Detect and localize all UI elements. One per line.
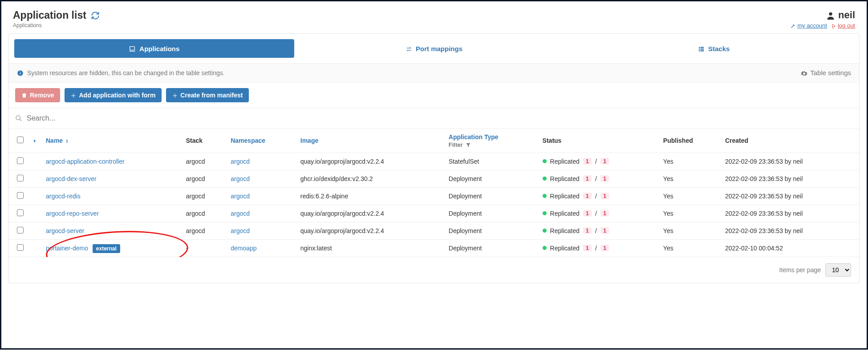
logout-link[interactable]: log out xyxy=(831,22,855,29)
app-name-link[interactable]: argocd-server xyxy=(46,227,84,234)
svg-rect-4 xyxy=(699,48,700,50)
published-cell: Yes xyxy=(659,153,721,170)
svg-point-11 xyxy=(16,116,20,120)
image-cell: quay.io/argoproj/argocd:v2.2.4 xyxy=(296,153,444,170)
created-cell: 2022-02-09 23:36:53 by neil xyxy=(721,170,859,187)
app-name-link[interactable]: argocd-redis xyxy=(46,193,81,200)
namespace-link[interactable]: argocd xyxy=(231,193,250,200)
stack-cell: argocd xyxy=(182,222,227,239)
info-icon xyxy=(17,69,24,76)
page-title: Application list xyxy=(13,9,86,21)
list-icon xyxy=(698,44,705,52)
replica-count: 1 xyxy=(583,210,592,217)
user-icon xyxy=(826,9,836,21)
app-name-link[interactable]: portainer-demo xyxy=(46,245,88,252)
replica-total: 1 xyxy=(600,210,609,217)
tab-applications[interactable]: Applications xyxy=(14,39,294,58)
refresh-icon[interactable] xyxy=(91,11,100,20)
tab-stacks[interactable]: Stacks xyxy=(574,39,854,58)
table-row: argocd-application-controller argocd arg… xyxy=(9,153,859,170)
created-cell: 2022-02-09 23:36:53 by neil xyxy=(721,222,859,239)
namespace-link[interactable]: argocd xyxy=(231,175,250,182)
stack-cell: - xyxy=(182,239,227,257)
plus-icon xyxy=(71,92,76,99)
status-cell: Replicated 1 / 1 xyxy=(543,210,654,217)
create-from-manifest-button[interactable]: Create from manifest xyxy=(166,88,249,102)
filter-icon[interactable] xyxy=(466,141,471,148)
namespace-link[interactable]: argocd xyxy=(231,227,250,234)
type-cell: StatefulSet xyxy=(444,153,538,170)
type-cell: Deployment xyxy=(444,170,538,187)
plus-icon xyxy=(172,92,178,99)
expand-all-toggle[interactable] xyxy=(28,129,41,153)
stack-cell: argocd xyxy=(182,187,227,205)
published-cell: Yes xyxy=(659,205,721,222)
tabs: Applications Port mappings Stacks xyxy=(9,34,859,63)
app-name-link[interactable]: argocd-application-controller xyxy=(46,158,125,165)
created-cell: 2022-02-10 00:04:52 xyxy=(721,239,859,257)
published-cell: Yes xyxy=(659,222,721,239)
add-application-button[interactable]: Add application with form xyxy=(65,88,162,102)
search-input[interactable] xyxy=(27,113,853,124)
app-name-link[interactable]: argocd-repo-server xyxy=(46,210,99,217)
row-checkbox[interactable] xyxy=(17,209,24,216)
status-dot-icon xyxy=(543,211,547,215)
status-cell: Replicated 1 / 1 xyxy=(543,227,654,234)
table-settings-button[interactable]: Table settings xyxy=(801,69,851,77)
replica-total: 1 xyxy=(600,227,609,234)
col-namespace[interactable]: Namespace xyxy=(226,129,296,153)
created-cell: 2022-02-09 23:36:53 by neil xyxy=(721,205,859,222)
image-cell: quay.io/argoproj/argocd:v2.2.4 xyxy=(296,205,444,222)
published-cell: Yes xyxy=(659,239,721,257)
status-dot-icon xyxy=(543,194,547,198)
select-all-checkbox[interactable] xyxy=(17,137,24,143)
col-image[interactable]: Image xyxy=(296,129,444,153)
replica-total: 1 xyxy=(600,193,609,199)
namespace-link[interactable]: demoapp xyxy=(231,245,256,252)
replica-total: 1 xyxy=(600,158,609,165)
status-dot-icon xyxy=(543,246,547,250)
table-row: argocd-dex-server argocd argocd ghcr.io/… xyxy=(9,170,859,187)
remove-button[interactable]: Remove xyxy=(15,88,60,102)
applications-table: Name Stack Namespace Image Application T… xyxy=(9,129,859,257)
replica-count: 1 xyxy=(583,158,592,165)
col-created: Created xyxy=(721,129,859,153)
gear-icon xyxy=(801,69,807,77)
table-row: argocd-redis argocd argocd redis:6.2.6-a… xyxy=(9,187,859,205)
namespace-link[interactable]: argocd xyxy=(231,210,250,217)
svg-point-0 xyxy=(829,12,832,16)
row-checkbox[interactable] xyxy=(17,244,24,251)
stack-cell: argocd xyxy=(182,153,227,170)
status-dot-icon xyxy=(543,177,547,181)
swap-icon xyxy=(406,44,412,52)
tab-port-mappings[interactable]: Port mappings xyxy=(294,39,574,58)
items-per-page-label: Items per page xyxy=(779,266,821,274)
published-cell: Yes xyxy=(659,170,721,187)
created-cell: 2022-02-09 23:36:53 by neil xyxy=(721,153,859,170)
items-per-page-select[interactable]: 10 xyxy=(825,263,851,277)
published-cell: Yes xyxy=(659,187,721,205)
row-checkbox[interactable] xyxy=(17,192,24,199)
stack-cell: argocd xyxy=(182,205,227,222)
replica-count: 1 xyxy=(583,175,592,182)
image-cell: redis:6.2.6-alpine xyxy=(296,187,444,205)
row-checkbox[interactable] xyxy=(17,227,24,233)
status-dot-icon xyxy=(543,159,547,163)
stack-cell: argocd xyxy=(182,170,227,187)
type-cell: Deployment xyxy=(444,187,538,205)
status-cell: Replicated 1 / 1 xyxy=(543,158,654,165)
row-checkbox[interactable] xyxy=(17,175,24,181)
app-name-link[interactable]: argocd-dex-server xyxy=(46,175,97,182)
logout-icon xyxy=(831,22,836,29)
namespace-link[interactable]: argocd xyxy=(231,158,250,165)
col-app-type[interactable]: Application Type Filter xyxy=(444,129,538,153)
col-name[interactable]: Name xyxy=(41,129,182,153)
table-row: argocd-repo-server argocd argocd quay.io… xyxy=(9,205,859,222)
row-checkbox[interactable] xyxy=(17,157,24,164)
my-account-link[interactable]: my account xyxy=(790,22,827,29)
svg-rect-5 xyxy=(701,48,704,50)
replica-total: 1 xyxy=(600,245,609,251)
status-cell: Replicated 1 / 1 xyxy=(543,193,654,200)
image-cell: quay.io/argoproj/argocd:v2.2.4 xyxy=(296,222,444,239)
breadcrumb: Applications xyxy=(13,22,100,28)
